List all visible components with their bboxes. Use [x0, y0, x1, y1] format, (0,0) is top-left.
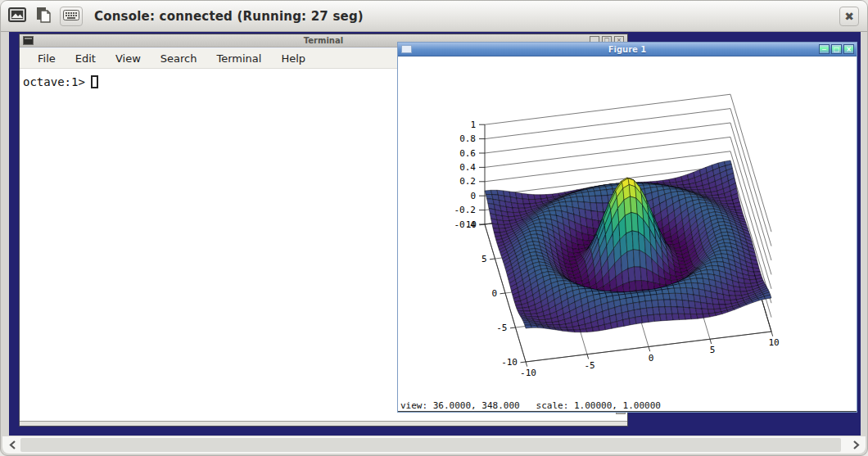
- figure-window-title: Figure 1: [398, 45, 857, 54]
- menu-help[interactable]: Help: [271, 50, 315, 67]
- terminal-cursor: [91, 75, 98, 88]
- keyboard-icon: [63, 8, 79, 24]
- figure-status-bar: view: 36.0000, 348.000 scale: 1.00000, 1…: [398, 400, 857, 412]
- clipboard-icon: [35, 6, 52, 27]
- svg-text:-10: -10: [520, 368, 536, 378]
- figure-plot-area[interactable]: -0.4-0.200.20.40.60.81-10-50510-10-50510: [398, 56, 857, 400]
- figure-close-button[interactable]: ×: [843, 44, 854, 54]
- scroll-right-arrow-icon[interactable]: [849, 438, 862, 452]
- console-app-window: Console: connected (Running: 27 seg) ✖ T…: [0, 0, 868, 456]
- keyboard-button[interactable]: [60, 7, 83, 26]
- remote-desktop: Terminal ▁ □ × File Edit View Search Ter…: [9, 32, 861, 436]
- svg-text:5: 5: [710, 345, 716, 355]
- figure-minimize-button[interactable]: ─: [819, 44, 830, 54]
- svg-text:1: 1: [470, 120, 476, 130]
- svg-text:-10: -10: [501, 357, 518, 368]
- figure-maximize-button[interactable]: □: [831, 44, 842, 54]
- screenshot-button[interactable]: [7, 7, 27, 26]
- svg-text:0.8: 0.8: [459, 133, 476, 144]
- clipboard-button[interactable]: [34, 7, 53, 26]
- svg-text:0.4: 0.4: [459, 162, 476, 173]
- svg-text:5: 5: [481, 254, 487, 264]
- svg-text:10: 10: [768, 337, 779, 348]
- menu-search[interactable]: Search: [151, 50, 207, 67]
- horizontal-scrollbar[interactable]: [2, 436, 866, 454]
- svg-text:10: 10: [466, 219, 477, 230]
- svg-text:-5: -5: [496, 323, 507, 333]
- shell-prompt: octave:1>: [23, 75, 85, 88]
- menu-edit[interactable]: Edit: [66, 50, 106, 67]
- svg-text:0: 0: [649, 353, 654, 363]
- image-icon: [7, 7, 27, 26]
- svg-text:-5: -5: [584, 360, 594, 371]
- console-status-title: Console: connected (Running: 27 seg): [94, 9, 364, 24]
- svg-text:0: 0: [470, 191, 476, 201]
- menu-file[interactable]: File: [28, 50, 66, 67]
- menu-terminal[interactable]: Terminal: [206, 50, 271, 67]
- figure-window: Figure 1 ─ □ × -0.4-0.200.20.40.60.81-10…: [397, 42, 857, 413]
- menu-view[interactable]: View: [106, 50, 151, 67]
- scrollbar-thumb[interactable]: [20, 438, 841, 452]
- close-icon: ✖: [844, 11, 854, 22]
- terminal-bottom-edge: [20, 421, 627, 426]
- console-close-button[interactable]: ✖: [839, 7, 859, 26]
- figure-titlebar[interactable]: Figure 1 ─ □ ×: [398, 43, 857, 56]
- svg-text:-0.2: -0.2: [454, 205, 477, 215]
- surface-plot[interactable]: -0.4-0.200.20.40.60.81-10-50510-10-50510: [398, 56, 857, 400]
- svg-text:0.6: 0.6: [459, 148, 476, 159]
- svg-text:0: 0: [491, 288, 497, 299]
- scroll-left-arrow-icon[interactable]: [6, 438, 19, 452]
- console-toolbar: Console: connected (Running: 27 seg) ✖: [1, 1, 867, 32]
- svg-text:0.2: 0.2: [459, 176, 476, 187]
